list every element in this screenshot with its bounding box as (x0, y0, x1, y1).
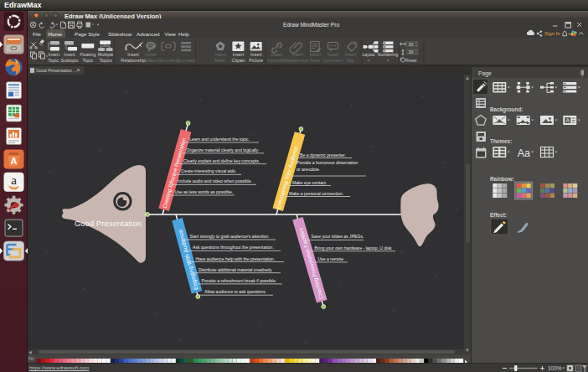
svg-text:Relationship: Relationship (121, 58, 146, 63)
svg-text:30: 30 (409, 49, 414, 54)
svg-text:Insert: Insert (214, 52, 226, 57)
svg-text:Distribute additional material: Distribute additional material creativel… (199, 267, 272, 272)
svg-text:Layout: Layout (362, 52, 375, 57)
svg-text:Start strongly to grab audienc: Start strongly to grab audience's attent… (190, 234, 270, 239)
svg-text:A: A (566, 117, 570, 123)
svg-text:Sign In: Sign In (544, 31, 560, 36)
svg-text:Multiple: Multiple (98, 52, 114, 57)
svg-text:Insert: Insert (291, 52, 303, 57)
svg-text:a: a (11, 173, 17, 187)
svg-text:Learn and understand the topic: Learn and understand the topic. (189, 137, 250, 142)
svg-text:Provide a humorous observation: Provide a humorous observation (297, 160, 358, 165)
svg-text:Effect:: Effect: (490, 212, 507, 218)
svg-text:Save your slides as JPEGs.: Save your slides as JPEGs. (312, 234, 364, 239)
svg-text:Edraw MindMaster Pro: Edraw MindMaster Pro (283, 22, 339, 28)
svg-text:Provide a refreshment break if: Provide a refreshment break if possible. (202, 278, 277, 283)
svg-text:Hyperlink: Hyperlink (267, 58, 286, 63)
svg-text:Subtopic: Subtopic (61, 58, 79, 63)
svg-text:Picture: Picture (249, 58, 263, 63)
svg-text:Make a personal connection.: Make a personal connection. (289, 191, 343, 196)
svg-text:30: 30 (409, 42, 414, 47)
svg-text:Tag .: Tag . (346, 58, 356, 63)
svg-text:Have audience help with the pr: Have audience help with the presentation… (196, 256, 276, 261)
svg-text:or anecdote.: or anecdote. (297, 167, 320, 172)
svg-text:100%: 100% (548, 365, 562, 371)
svg-text:Organize material clearly and: Organize material clearly and logically (187, 147, 259, 152)
svg-text:Insert: Insert (345, 52, 357, 57)
svg-text:Make eye contact.: Make eye contact. (292, 180, 327, 185)
svg-text:Insert: Insert (145, 52, 157, 57)
svg-text:Insert: Insert (309, 52, 321, 57)
svg-text:Callout: Callout (144, 58, 158, 63)
svg-text:Good Presentation: Good Presentation (75, 220, 142, 228)
svg-text:Allow audience to ask question: Allow audience to ask questions. (204, 289, 266, 294)
svg-text:Attachment: Attachment (286, 58, 309, 63)
svg-text:Ask questions throughout the p: Ask questions throughout the presentatio… (193, 245, 274, 250)
svg-text:Clearly explain and define key: Clearly explain and define key concepts. (183, 158, 260, 163)
svg-text:Numbering: Numbering (378, 52, 399, 57)
svg-text:Topic.: Topic. (48, 58, 59, 63)
svg-text:Clipart: Clipart (232, 58, 245, 63)
svg-text:▾: ▾ (569, 32, 571, 36)
svg-text:Include audio and video when p: Include audio and video when possible. (178, 178, 252, 183)
svg-text:Insert: Insert (127, 52, 139, 57)
svg-text:Floating: Floating (80, 52, 95, 57)
svg-text:Page: Page (478, 70, 492, 77)
svg-text:Rainbow:: Rainbow: (490, 176, 514, 182)
svg-text:Boundary: Boundary (159, 58, 178, 63)
svg-text:Insert: Insert (49, 52, 60, 57)
svg-text:Bring your own hardware - lapt: Bring your own hardware - laptop, U disk (315, 245, 392, 251)
svg-text:Note: Note (311, 58, 320, 63)
svg-text:Use as less words as possible.: Use as less words as possible. (175, 189, 234, 194)
svg-text:Insert: Insert (250, 52, 262, 57)
svg-text:Be a dynamic presenter.: Be a dynamic presenter. (300, 152, 346, 158)
svg-text:Topic: Topic (83, 58, 94, 63)
svg-text:Themes:: Themes: (490, 138, 512, 144)
svg-text:Topics: Topics (99, 58, 112, 63)
svg-text:Mark.: Mark. (214, 58, 225, 63)
svg-text:Aa: Aa (518, 147, 530, 159)
svg-text:Insert: Insert (271, 52, 283, 57)
svg-text:Summary: Summary (177, 58, 196, 63)
svg-text:Reset: Reset (405, 58, 417, 63)
svg-text:Insert: Insert (233, 52, 245, 57)
svg-text:Entertaining Your Audience: Entertaining Your Audience (275, 145, 299, 210)
svg-text:Comment: Comment (323, 58, 343, 63)
svg-text:Use a remote: Use a remote (318, 256, 344, 261)
svg-text:Insert: Insert (64, 52, 75, 57)
svg-text:Create interesting visual aids: Create interesting visual aids. (181, 168, 237, 173)
svg-text:A: A (11, 156, 18, 166)
svg-text:Insert: Insert (328, 52, 339, 57)
svg-text:Background:: Background: (490, 106, 523, 113)
